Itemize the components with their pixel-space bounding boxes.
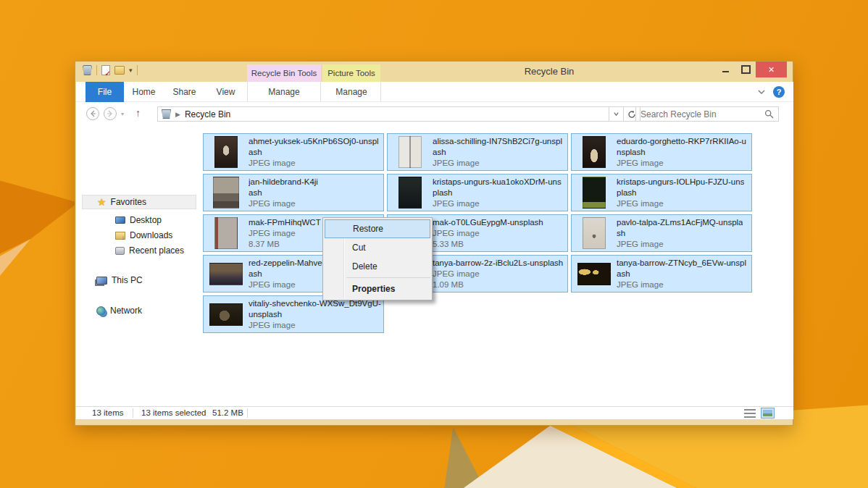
file-tile[interactable]: kristaps-ungurs-kua1okoXDrM-unsplashJPEG…	[387, 174, 568, 211]
window-title: Recycle Bin	[477, 66, 622, 77]
customize-toolbar-dropdown[interactable]: ▾	[129, 67, 133, 74]
file-thumbnail	[583, 136, 606, 168]
menu-item-restore[interactable]: Restore	[325, 219, 430, 238]
divider	[133, 408, 133, 418]
file-thumbnail	[398, 177, 422, 209]
menu-item-properties[interactable]: Properties	[325, 279, 430, 298]
title-bar: ▾ Recycle Bin Tools Picture Tools Recycl…	[75, 62, 793, 82]
file-tile[interactable]: ahmet-yuksek-u5KnPb6SOj0-unsplashJPEG im…	[203, 133, 384, 171]
recycle-bin-icon	[162, 109, 171, 119]
this-pc-icon	[96, 277, 107, 285]
file-type: JPEG image	[433, 158, 562, 169]
breadcrumb[interactable]: ▶ Recycle Bin	[157, 106, 609, 122]
sidebar-item-label: Recent places	[129, 245, 184, 256]
address-dropdown-button[interactable]	[609, 106, 624, 122]
file-name: tanya-barrow-2z-iBclu2Ls-unsplash	[433, 258, 563, 269]
main-content: ★ Favorites Desktop Downloads Recent pla…	[76, 125, 793, 406]
chevron-right-icon[interactable]: ▶	[175, 111, 180, 118]
forward-button[interactable]	[104, 107, 117, 120]
breadcrumb-location[interactable]: Recycle Bin	[185, 109, 230, 119]
file-thumbnail	[583, 177, 606, 209]
menu-item-cut[interactable]: Cut	[325, 238, 430, 257]
tab-share[interactable]: Share	[164, 82, 205, 102]
up-button[interactable]: ↑	[135, 107, 141, 119]
maximize-button[interactable]	[735, 62, 756, 77]
quick-access-toolbar: ▾	[83, 65, 138, 75]
status-selected-count: 13 items selected	[141, 408, 206, 417]
file-thumbnail	[214, 136, 238, 168]
back-arrow-icon	[89, 110, 96, 117]
file-thumbnail	[583, 217, 606, 249]
tab-home[interactable]: Home	[124, 82, 164, 102]
divider	[247, 408, 248, 418]
file-thumbnail	[213, 177, 239, 209]
file-size: 1.09 MB	[433, 279, 563, 290]
close-button[interactable]: ×	[756, 62, 787, 77]
file-type: JPEG image	[433, 269, 563, 279]
contextual-group-recycle-bin-tools: Recycle Bin Tools	[247, 64, 321, 82]
file-type: JPEG image	[433, 198, 562, 209]
status-bar: 13 items 13 items selected 51.2 MB	[76, 406, 793, 419]
contextual-group-picture-tools: Picture Tools	[322, 64, 380, 82]
file-size: 5.33 MB	[433, 239, 543, 250]
back-button[interactable]	[86, 107, 99, 120]
file-thumbnail	[214, 217, 238, 249]
file-name: tanya-barrow-ZTNcyb_6EVw-unspl	[617, 258, 746, 269]
sidebar-item-label: Favorites	[111, 197, 146, 207]
search-input[interactable]	[640, 107, 756, 121]
file-type: JPEG image	[617, 158, 746, 169]
tab-file[interactable]: File	[85, 82, 124, 102]
details-view-button[interactable]	[744, 409, 756, 418]
file-name: plash	[433, 188, 562, 198]
menu-item-delete[interactable]: Delete	[325, 257, 430, 276]
file-tile[interactable]: pavlo-talpa-ZLms1AcFjMQ-unsplashJPEG ima…	[571, 214, 752, 252]
file-type: JPEG image	[249, 158, 379, 169]
file-name: unsplash	[249, 309, 381, 320]
menu-separator	[346, 277, 430, 278]
sidebar-item-favorites[interactable]: ★ Favorites	[82, 195, 196, 209]
tab-manage-recycle-bin-tools[interactable]: Manage	[247, 82, 321, 102]
file-tile[interactable]: alissa-schilling-IN7ShB2Ci7g-unsplashJPE…	[387, 133, 568, 171]
file-name: ash	[617, 269, 746, 279]
file-tile[interactable]: jan-hildebrand-K4jiashJPEG image	[203, 174, 384, 211]
file-type: JPEG image	[249, 228, 321, 239]
file-type: JPEG image	[249, 320, 381, 331]
tab-view[interactable]: View	[205, 82, 246, 102]
file-type: JPEG image	[617, 279, 746, 290]
chevron-down-icon	[613, 111, 619, 117]
file-tile[interactable]: vitaliy-shevchenko-WXSw_Dt9VgU-unsplashJ…	[203, 295, 384, 333]
status-selected-size: 51.2 MB	[212, 408, 243, 417]
search-icon[interactable]	[764, 109, 774, 119]
file-name: mak-oT0LGuEypgM-unsplash	[433, 217, 543, 228]
help-icon[interactable]: ?	[773, 86, 785, 98]
file-thumbnail	[209, 263, 243, 285]
collapse-ribbon-chevron-icon[interactable]	[757, 88, 766, 96]
explorer-window: ▾ Recycle Bin Tools Picture Tools Recycl…	[75, 61, 793, 426]
recent-locations-dropdown[interactable]: ▾	[121, 111, 124, 117]
file-type: JPEG image	[617, 198, 744, 209]
desktop-icon	[115, 216, 125, 224]
minimize-button[interactable]	[715, 62, 735, 77]
file-name: plash	[617, 188, 744, 198]
properties-button[interactable]	[101, 65, 110, 75]
new-folder-button[interactable]	[114, 66, 125, 75]
file-size: 8.37 MB	[249, 239, 321, 250]
file-tile[interactable]: tanya-barrow-ZTNcyb_6EVw-unsplashJPEG im…	[571, 255, 752, 293]
file-type: JPEG image	[249, 198, 318, 209]
caption-buttons: ×	[715, 62, 787, 77]
file-thumbnail	[209, 303, 243, 326]
status-items-count: 13 items	[92, 408, 123, 417]
downloads-folder-icon	[115, 232, 125, 240]
tab-manage-picture-tools[interactable]: Manage	[322, 82, 381, 102]
file-name: mak-FPmHihqWCT	[249, 217, 321, 228]
file-tile[interactable]: kristaps-ungurs-IOLHpu-FJZU-unsplashJPEG…	[571, 174, 752, 211]
sidebar-item-network[interactable]: Network	[96, 303, 211, 318]
search-box[interactable]	[635, 106, 779, 122]
thumbnails-view-button[interactable]	[761, 408, 775, 418]
ribbon-tab-row: File Home Share View Manage Manage ?	[76, 82, 793, 102]
sidebar-item-this-pc[interactable]: This PC	[96, 273, 211, 287]
navigation-pane: ★ Favorites Desktop Downloads Recent pla…	[80, 125, 196, 406]
file-name: ash	[249, 147, 379, 158]
file-name: ash	[433, 147, 562, 158]
file-tile[interactable]: eduardo-gorghetto-RKP7rRKIIAo-unsplashJP…	[571, 133, 752, 171]
